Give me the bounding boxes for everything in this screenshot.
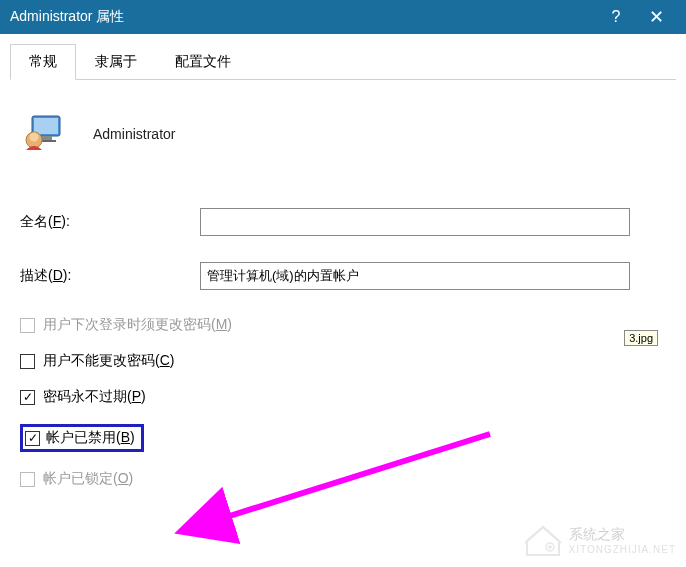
checkbox-icon: ✓ (20, 390, 35, 405)
tab-general[interactable]: 常规 (10, 44, 76, 80)
window-body: 常规 隶属于 配置文件 Administrator 全名(F): (0, 34, 686, 567)
description-label: 描述(D): (20, 267, 180, 285)
svg-rect-1 (34, 118, 58, 134)
fullname-label: 全名(F): (20, 213, 180, 231)
check-cannot-change[interactable]: 用户不能更改密码(C) (20, 352, 666, 370)
fullname-row: 全名(F): (20, 208, 666, 236)
house-icon (523, 525, 563, 555)
close-button[interactable]: ✕ (636, 0, 676, 34)
help-button[interactable]: ? (596, 0, 636, 34)
check-never-expire-label: 密码永不过期(P) (43, 388, 146, 406)
image-tooltip: 3.jpg (624, 330, 658, 346)
check-must-change: 用户下次登录时须更改密码(M) (20, 316, 666, 334)
check-account-disabled-label: 帐户已禁用(B) (46, 429, 135, 447)
user-display-name: Administrator (93, 126, 175, 142)
window-title: Administrator 属性 (10, 8, 596, 26)
checkbox-icon (20, 354, 35, 369)
tab-profile[interactable]: 配置文件 (156, 44, 250, 79)
tab-panel-general: Administrator 全名(F): 描述(D): 用户下次登录时须更改密码… (10, 80, 676, 516)
check-never-expire[interactable]: ✓ 密码永不过期(P) (20, 388, 666, 406)
watermark: 系统之家 XITONGZHIJIA.NET (523, 525, 677, 555)
user-header-row: Administrator (20, 110, 666, 158)
check-must-change-label: 用户下次登录时须更改密码(M) (43, 316, 232, 334)
fullname-input[interactable] (200, 208, 630, 236)
highlight-box: ✓ 帐户已禁用(B) (20, 424, 144, 452)
tabstrip: 常规 隶属于 配置文件 (10, 44, 676, 80)
user-monitor-icon (20, 110, 68, 158)
description-input[interactable] (200, 262, 630, 290)
description-row: 描述(D): (20, 262, 666, 290)
titlebar: Administrator 属性 ? ✕ (0, 0, 686, 34)
check-cannot-change-label: 用户不能更改密码(C) (43, 352, 174, 370)
watermark-text: 系统之家 XITONGZHIJIA.NET (569, 526, 677, 555)
svg-point-5 (30, 133, 39, 142)
checkbox-icon (20, 472, 35, 487)
check-account-disabled[interactable]: ✓ 帐户已禁用(B) (20, 424, 666, 452)
check-account-locked-label: 帐户已锁定(O) (43, 470, 133, 488)
check-account-locked: 帐户已锁定(O) (20, 470, 666, 488)
tab-memberof[interactable]: 隶属于 (76, 44, 156, 79)
checkbox-icon (20, 318, 35, 333)
checkbox-icon: ✓ (25, 431, 40, 446)
checkbox-group: 用户下次登录时须更改密码(M) 用户不能更改密码(C) ✓ 密码永不过期(P) … (20, 316, 666, 488)
